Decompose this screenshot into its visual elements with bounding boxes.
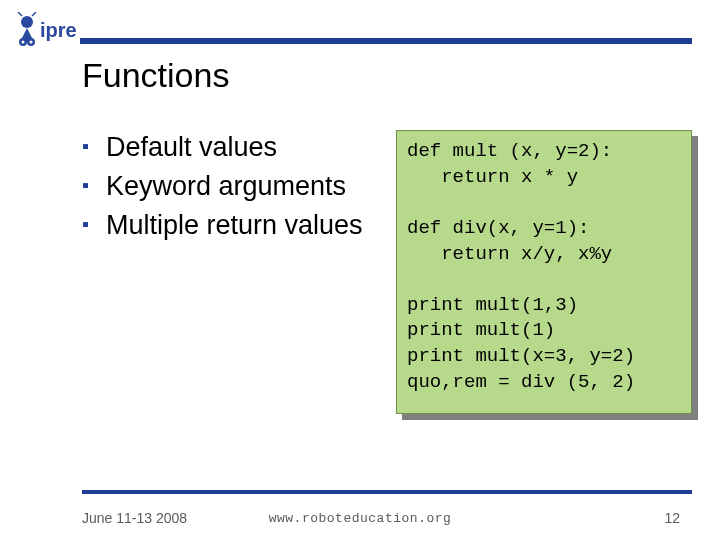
svg-point-6 bbox=[22, 41, 25, 44]
code-block: def mult (x, y=2): return x * y def div(… bbox=[396, 130, 692, 414]
svg-line-3 bbox=[32, 12, 36, 16]
bullet-item: Multiple return values bbox=[82, 208, 372, 243]
svg-point-7 bbox=[30, 41, 33, 44]
slide-footer: June 11-13 2008 www.roboteducation.org 1… bbox=[0, 510, 720, 526]
footer-date: June 11-13 2008 bbox=[82, 510, 187, 526]
bullet-text: Default values bbox=[106, 132, 277, 162]
header-rule bbox=[80, 38, 692, 44]
bullet-item: Keyword arguments bbox=[82, 169, 372, 204]
code-block-content: def mult (x, y=2): return x * y def div(… bbox=[396, 130, 692, 414]
slide-content: Default values Keyword arguments Multipl… bbox=[82, 130, 692, 414]
svg-line-2 bbox=[18, 12, 22, 16]
footer-page-number: 12 bbox=[664, 510, 680, 526]
bullet-text: Multiple return values bbox=[106, 210, 363, 240]
slide-title: Functions bbox=[82, 56, 229, 95]
bullet-item: Default values bbox=[82, 130, 372, 165]
footer-url: www.roboteducation.org bbox=[269, 511, 452, 526]
footer-rule bbox=[82, 490, 692, 494]
bullet-text: Keyword arguments bbox=[106, 171, 346, 201]
svg-point-1 bbox=[21, 16, 33, 28]
logo-text: ipre bbox=[40, 19, 77, 41]
ipre-logo: ipre bbox=[8, 12, 92, 50]
bullet-list: Default values Keyword arguments Multipl… bbox=[82, 130, 372, 414]
